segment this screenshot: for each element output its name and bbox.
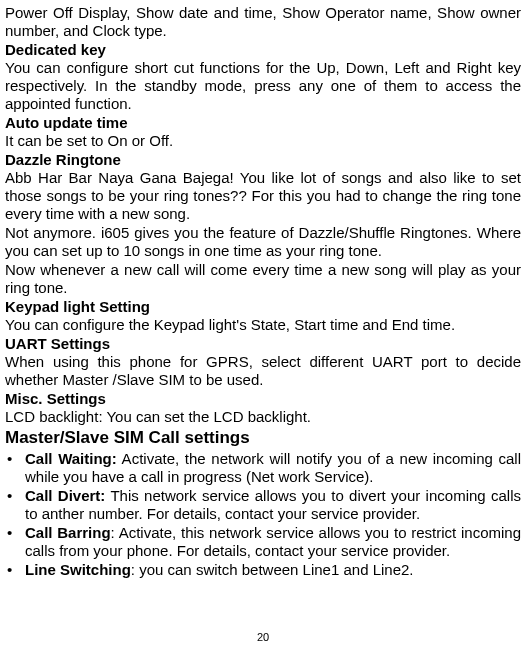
misc-body: LCD backlight: You can set the LCD backl… [5, 408, 521, 426]
list-item: Line Switching: you can switch between L… [5, 561, 521, 579]
auto-update-body: It can be set to On or Off. [5, 132, 521, 150]
master-slave-heading: Master/Slave SIM Call settings [5, 428, 521, 448]
uart-body: When using this phone for GPRS, select d… [5, 353, 521, 389]
uart-heading: UART Settings [5, 335, 521, 353]
dedicated-key-heading: Dedicated key [5, 41, 521, 59]
keypad-body: You can configure the Keypad light's Sta… [5, 316, 521, 334]
auto-update-heading: Auto update time [5, 114, 521, 132]
dazzle-p1: Abb Har Bar Naya Gana Bajega! You like l… [5, 169, 521, 223]
dazzle-p2: Not anymore. i605 gives you the feature … [5, 224, 521, 260]
list-item: Call Waiting: Activate, the network will… [5, 450, 521, 486]
line-switching-desc: : you can switch between Line1 and Line2… [131, 561, 414, 578]
dazzle-heading: Dazzle Ringtone [5, 151, 521, 169]
dazzle-p3: Now whenever a new call will come every … [5, 261, 521, 297]
master-slave-list: Call Waiting: Activate, the network will… [5, 450, 521, 579]
misc-heading: Misc. Settings [5, 390, 521, 408]
dedicated-key-body: You can configure short cut functions fo… [5, 59, 521, 113]
intro-text: Power Off Display, Show date and time, S… [5, 4, 521, 40]
call-barring-label: Call Barring [25, 524, 111, 541]
list-item: Call Divert: This network service allows… [5, 487, 521, 523]
page-number: 20 [0, 631, 526, 644]
keypad-heading: Keypad light Setting [5, 298, 521, 316]
list-item: Call Barring: Activate, this network ser… [5, 524, 521, 560]
line-switching-label: Line Switching [25, 561, 131, 578]
call-divert-label: Call Divert: [25, 487, 105, 504]
call-waiting-label: Call Waiting: [25, 450, 117, 467]
